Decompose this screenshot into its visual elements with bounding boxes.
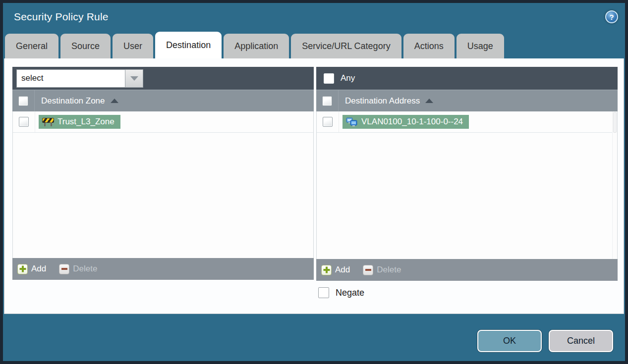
tab-application[interactable]: Application	[224, 34, 289, 58]
negate-toggle[interactable]: Negate	[318, 287, 364, 298]
zone-toolbar: select	[12, 67, 314, 90]
any-label: Any	[341, 73, 355, 83]
sort-ascending-icon[interactable]	[111, 99, 118, 103]
plus-icon	[17, 264, 28, 274]
vertical-scrollbar[interactable]	[612, 111, 617, 259]
zone-select-dropdown-button[interactable]	[125, 69, 143, 88]
dialog-action-buttons: OK Cancel	[477, 330, 613, 352]
tab-bar: General Source User Destination Applicat…	[3, 31, 625, 58]
any-checkbox[interactable]	[324, 73, 334, 84]
tab-service-url-category[interactable]: Service/URL Category	[291, 34, 401, 58]
add-zone-button[interactable]: Add	[17, 264, 46, 274]
delete-address-button[interactable]: Delete	[363, 265, 401, 275]
table-row[interactable]: VLAN0100_10-1-100-0--24	[317, 111, 617, 133]
destination-tab-content: select Destination Zone	[4, 58, 624, 314]
minus-icon	[363, 265, 373, 275]
address-table-body: VLAN0100_10-1-100-0--24	[316, 111, 618, 259]
zone-table-header: Destination Zone	[12, 90, 314, 111]
sort-ascending-icon[interactable]	[425, 99, 433, 103]
security-policy-rule-dialog: Security Policy Rule ? General Source Us…	[0, 0, 628, 364]
title-bar: Security Policy Rule ?	[3, 3, 625, 31]
tab-source[interactable]: Source	[60, 34, 111, 58]
address-chip[interactable]: VLAN0100_10-1-100-0--24	[343, 115, 469, 129]
address-row-checkbox[interactable]	[323, 117, 333, 127]
address-select-all-checkbox[interactable]	[322, 96, 332, 106]
address-table-header: Destination Address	[316, 90, 618, 111]
chevron-down-icon	[130, 76, 138, 81]
destination-zone-panel: select Destination Zone	[12, 67, 314, 280]
destination-address-panel: Any Destination Address	[316, 67, 618, 281]
zone-chip-label: Trust_L3_Zone	[57, 117, 114, 127]
minus-icon	[59, 264, 69, 274]
zone-row-checkbox[interactable]	[19, 117, 29, 127]
tab-actions[interactable]: Actions	[403, 34, 455, 58]
address-network-icon	[346, 117, 358, 127]
tab-user[interactable]: User	[113, 34, 153, 58]
any-toggle[interactable]: Any	[320, 73, 355, 84]
cancel-button[interactable]: Cancel	[549, 330, 613, 352]
address-chip-label: VLAN0100_10-1-100-0--24	[361, 117, 463, 127]
negate-checkbox[interactable]	[318, 287, 329, 298]
dialog-title: Security Policy Rule	[14, 11, 109, 23]
zone-table-body: Trust_L3_Zone	[12, 111, 314, 258]
address-footer-toolbar: Add Delete	[316, 259, 618, 281]
zone-footer-toolbar: Add Delete	[12, 258, 314, 280]
tab-general[interactable]: General	[5, 34, 58, 58]
ok-button[interactable]: OK	[477, 330, 542, 352]
zone-column-header[interactable]: Destination Zone	[35, 96, 105, 106]
zone-select[interactable]: select	[16, 69, 143, 88]
plus-icon	[321, 265, 332, 275]
address-column-header[interactable]: Destination Address	[339, 96, 420, 106]
zone-barricade-icon	[42, 117, 54, 126]
zone-select-value[interactable]: select	[16, 69, 125, 88]
negate-label: Negate	[336, 288, 364, 298]
tab-destination[interactable]: Destination	[155, 32, 222, 58]
help-icon[interactable]: ?	[605, 10, 618, 23]
add-address-button[interactable]: Add	[321, 265, 350, 275]
zone-select-all-checkbox[interactable]	[18, 96, 28, 106]
scrollbar-thumb[interactable]	[613, 112, 617, 133]
table-row[interactable]: Trust_L3_Zone	[13, 111, 313, 133]
zone-chip[interactable]: Trust_L3_Zone	[39, 115, 120, 129]
delete-zone-button[interactable]: Delete	[59, 264, 97, 274]
address-toolbar: Any	[316, 67, 618, 90]
tab-usage[interactable]: Usage	[457, 34, 504, 58]
